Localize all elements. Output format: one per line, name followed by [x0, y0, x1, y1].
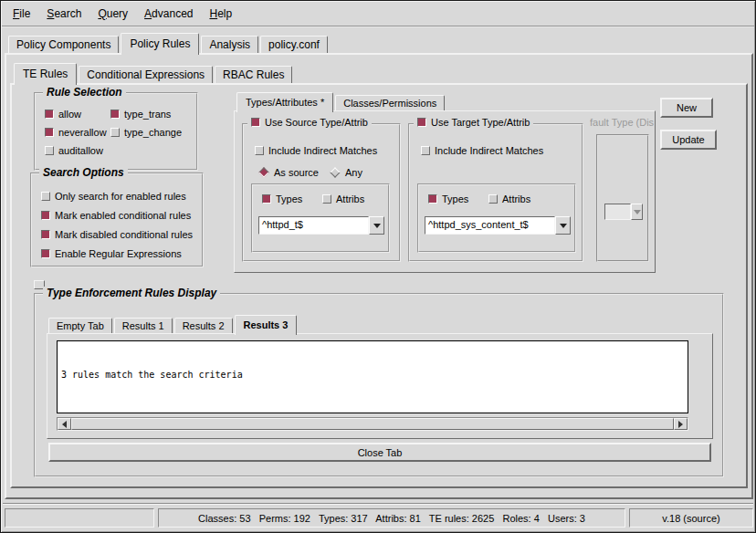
tab-empty[interactable]: Empty Tab: [48, 318, 112, 333]
checkbox-label: Include Indirect Matches: [268, 145, 377, 156]
source-type-combo[interactable]: ^httpd_t$: [258, 216, 384, 235]
tab-conditional-expressions[interactable]: Conditional Expressions: [79, 66, 213, 83]
checkbox-label: Mark enabled conditional rules: [55, 210, 191, 221]
source-type-group: Use Source Type/Attrib Include Indirect …: [242, 123, 401, 262]
checkbox-indicator: [110, 110, 120, 119]
horizontal-scrollbar[interactable]: [57, 417, 688, 431]
combo-value[interactable]: ^httpd_sys_content_t$: [425, 216, 555, 235]
checkbox-mark-enabled[interactable]: Mark enabled conditional rules: [41, 210, 191, 221]
target-type-title[interactable]: Use Target Type/Attrib: [414, 117, 533, 128]
results-content-panel: 3 rules match the search criteria (5822)…: [47, 333, 713, 439]
checkbox-indicator: [262, 194, 271, 204]
new-button[interactable]: New: [660, 98, 713, 118]
checkbox-label: type_change: [124, 127, 182, 138]
update-button[interactable]: Update: [660, 130, 717, 150]
rules-tabbar: TE Rules Conditional Expressions RBAC Ru…: [14, 60, 294, 83]
menu-advanced[interactable]: Advanced: [136, 5, 201, 23]
radio-as-source[interactable]: As source: [258, 167, 319, 178]
checkbox-only-enabled-rules[interactable]: Only search for enabled rules: [41, 191, 186, 202]
checkbox-label: Types: [442, 193, 468, 204]
checkbox-label: auditallow: [58, 145, 103, 156]
checkbox-indicator: [41, 249, 50, 258]
tab-rbac-rules[interactable]: RBAC Rules: [215, 66, 292, 83]
statusbar-divider: [3, 503, 753, 505]
checkbox-label: Mark disabled conditional rules: [55, 229, 193, 240]
radio-label: As source: [274, 167, 319, 178]
checkbox-label: allow: [58, 109, 81, 120]
tab-policy-components[interactable]: Policy Components: [8, 36, 119, 53]
tab-analysis[interactable]: Analysis: [201, 36, 258, 53]
checkbox-label: Only search for enabled rules: [55, 191, 186, 202]
tab-policy-rules[interactable]: Policy Rules: [121, 33, 199, 55]
checkbox-allow[interactable]: allow: [45, 109, 81, 120]
checkbox-label: Use Source Type/Attrib: [265, 117, 368, 128]
checkbox-target-types[interactable]: Types: [428, 193, 468, 204]
combo-value[interactable]: ^httpd_t$: [258, 216, 369, 235]
blank-line: [61, 407, 684, 413]
menu-file[interactable]: File: [5, 5, 38, 23]
close-tab-button[interactable]: Close Tab: [48, 443, 711, 462]
checkbox-target-attribs[interactable]: Attribs: [488, 193, 530, 204]
scrollbar-thumb[interactable]: [71, 418, 674, 430]
default-type-combo: [604, 204, 643, 220]
checkbox-label: Types: [276, 193, 302, 204]
menu-help[interactable]: Help: [201, 5, 240, 23]
source-types-attribs-box: Types Attribs ^httpd_t$: [251, 183, 390, 253]
radio-indicator: [330, 167, 340, 177]
checkbox-target-indirect[interactable]: Include Indirect Matches: [421, 145, 543, 156]
statusbar-left-cell: [5, 508, 154, 528]
checkbox-indicator: [255, 146, 264, 155]
checkbox-indicator: [417, 118, 426, 127]
checkbox-label: Attribs: [502, 193, 530, 204]
tab-policy-conf[interactable]: policy.conf: [260, 36, 328, 53]
checkbox-source-indirect[interactable]: Include Indirect Matches: [255, 145, 377, 156]
rule-selection-group: Rule Selection allow type_trans neverall…: [34, 92, 198, 171]
checkbox-label: Include Indirect Matches: [435, 145, 543, 156]
menu-search[interactable]: Search: [38, 5, 89, 23]
checkbox-indicator: [45, 128, 54, 137]
arrow-right-icon: [678, 421, 683, 428]
checkbox-type-trans[interactable]: type_trans: [110, 109, 171, 120]
tab-classes-permissions[interactable]: Classes/Permissions: [335, 95, 445, 110]
tab-types-attributes[interactable]: Types/Attributes *: [236, 92, 333, 112]
statusbar-version: v.18 (source): [629, 508, 753, 528]
checkbox-type-change[interactable]: type_change: [110, 127, 182, 138]
results-group-title: Type Enforcement Rules Display: [43, 287, 220, 299]
checkbox-regex[interactable]: Enable Regular Expressions: [41, 248, 182, 259]
source-type-title[interactable]: Use Source Type/Attrib: [247, 117, 372, 128]
target-type-combo[interactable]: ^httpd_sys_content_t$: [425, 216, 571, 235]
scroll-right-button[interactable]: [674, 418, 688, 430]
combo-dropdown-button[interactable]: [555, 216, 571, 235]
results-text-area[interactable]: 3 rules match the search criteria (5822)…: [57, 340, 688, 413]
radio-label: Any: [345, 167, 362, 178]
checkbox-mark-disabled[interactable]: Mark disabled conditional rules: [41, 229, 193, 240]
checkbox-source-types[interactable]: Types: [262, 193, 302, 204]
checkbox-indicator: [488, 194, 498, 204]
statusbar-stats: Classes: 53 Perms: 192 Types: 317 Attrib…: [158, 508, 625, 528]
checkbox-indicator: [45, 146, 54, 155]
checkbox-auditallow[interactable]: auditallow: [45, 145, 103, 156]
radio-any[interactable]: Any: [330, 167, 362, 178]
chevron-down-icon: [373, 224, 381, 228]
menu-query[interactable]: Query: [89, 5, 136, 23]
checkbox-indicator: [428, 194, 437, 204]
combo-dropdown-button[interactable]: [369, 216, 384, 235]
results-group: Type Enforcement Rules Display 3 rules m…: [34, 293, 724, 477]
checkbox-indicator: [322, 194, 331, 204]
checkbox-label: neverallow: [58, 127, 107, 138]
tab-results-3[interactable]: Results 3: [235, 315, 298, 335]
checkbox-neverallow[interactable]: neverallow: [45, 127, 107, 138]
checkbox-label: Attribs: [336, 193, 364, 204]
checkbox-indicator: [421, 146, 430, 155]
arrow-left-icon: [62, 421, 67, 428]
results-header: 3 rules match the search criteria: [61, 369, 684, 381]
checkbox-source-attribs[interactable]: Attribs: [322, 193, 364, 204]
scroll-left-button[interactable]: [58, 418, 71, 430]
checkbox-indicator: [41, 192, 50, 201]
checkbox-indicator: [41, 211, 50, 220]
combo-dropdown-button: [631, 204, 643, 220]
tab-results-1[interactable]: Results 1: [114, 318, 173, 333]
tab-te-rules[interactable]: TE Rules: [14, 63, 77, 85]
combo-value: [604, 204, 631, 220]
tab-results-2[interactable]: Results 2: [174, 318, 233, 333]
